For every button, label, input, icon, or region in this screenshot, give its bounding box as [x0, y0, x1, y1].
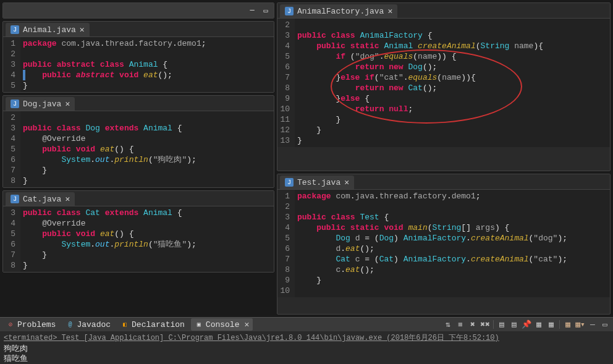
- tab-label: AnimalFactory.java: [297, 7, 384, 16]
- code-line[interactable]: [297, 201, 607, 212]
- problems-icon: ⊘: [6, 320, 15, 329]
- code-line[interactable]: public abstract class Animal {: [23, 59, 271, 70]
- code-line[interactable]: public class Test {: [297, 212, 607, 222]
- tab-test[interactable]: J Test.java ✕: [280, 176, 354, 189]
- java-file-icon: J: [11, 195, 19, 203]
- code-line[interactable]: }else if("cat".equals(name)){: [297, 72, 607, 83]
- code-line[interactable]: }: [23, 176, 271, 186]
- remove-all-terminated-icon[interactable]: ✖✖: [480, 319, 491, 330]
- code-line[interactable]: package com.java.thread.factory.demo1;: [23, 38, 271, 49]
- editor-cat: J Cat.java ✕ 345678public class Cat exte…: [2, 190, 274, 273]
- terminate-icon[interactable]: ■: [455, 319, 466, 330]
- code-line[interactable]: @Override: [23, 133, 271, 144]
- code-line[interactable]: public static void main(String[] args) {: [297, 222, 607, 233]
- tab-label: Cat.java: [23, 195, 61, 204]
- code-line[interactable]: c.eat();: [297, 265, 607, 275]
- tab-animal[interactable]: J Animal.java ✕: [6, 23, 90, 36]
- remove-terminated-icon[interactable]: ✖: [467, 319, 478, 330]
- code-line[interactable]: [23, 112, 271, 123]
- tab-label: Test.java: [297, 178, 340, 187]
- tab-label: Javadoc: [77, 320, 111, 329]
- display-selected-icon[interactable]: ▦: [533, 319, 544, 330]
- javadoc-icon: @: [66, 320, 74, 329]
- code-line[interactable]: }: [23, 80, 271, 91]
- tab-console[interactable]: ▣Console✕: [191, 318, 253, 331]
- close-icon[interactable]: ✕: [65, 99, 70, 109]
- close-icon[interactable]: ✕: [387, 6, 392, 16]
- java-file-icon: J: [11, 99, 19, 108]
- code-line[interactable]: System.out.println("猫吃鱼");: [23, 239, 271, 250]
- close-icon[interactable]: ✕: [80, 25, 85, 35]
- tab-cat[interactable]: J Cat.java ✕: [6, 192, 75, 206]
- maximize-icon[interactable]: ▭: [260, 6, 271, 15]
- code-line[interactable]: package com.java.thread.factory.demo1;: [297, 191, 607, 201]
- tab-label: Animal.java: [23, 25, 76, 35]
- code-line[interactable]: return null;: [297, 104, 607, 114]
- java-file-icon: J: [285, 178, 294, 187]
- link-icon[interactable]: ⇅: [442, 319, 454, 330]
- editor-factory: J AnimalFactory.java ✕ 2345678910111213p…: [277, 2, 611, 171]
- code-line[interactable]: }: [23, 250, 271, 260]
- editor-animal: J Animal.java ✕ 12345package com.java.th…: [2, 21, 274, 93]
- console-terminated-line: <terminated> Test [Java Application] C:\…: [4, 332, 609, 343]
- code-line[interactable]: if ("dog".equals(name)) {: [297, 51, 607, 62]
- maximize-icon[interactable]: ▭: [599, 319, 611, 330]
- tab-declaration[interactable]: ◧Declaration: [117, 319, 188, 331]
- code-line[interactable]: d.eat();: [297, 243, 607, 254]
- java-file-icon: J: [11, 25, 19, 34]
- tab-label: Dog.java: [23, 99, 61, 109]
- declaration-icon: ◧: [120, 320, 129, 329]
- code-line[interactable]: [23, 49, 271, 59]
- minimize-icon[interactable]: —: [247, 6, 258, 15]
- close-icon[interactable]: ✕: [65, 194, 70, 204]
- close-icon[interactable]: ✕: [244, 320, 249, 329]
- tab-label: Console: [206, 320, 240, 329]
- code-line[interactable]: public class Cat extends Animal {: [23, 208, 271, 218]
- tab-factory[interactable]: J AnimalFactory.java ✕: [280, 4, 397, 18]
- code-line[interactable]: Cat c = (Cat) AnimalFactory.createAnimal…: [297, 254, 607, 265]
- tab-javadoc[interactable]: @Javadoc: [62, 319, 114, 331]
- open-console-icon[interactable]: ▦: [546, 319, 557, 330]
- code-line[interactable]: }: [297, 135, 607, 146]
- editor-dog: J Dog.java ✕ 2345678public class Dog ext…: [2, 95, 274, 188]
- code-line[interactable]: @Override: [23, 218, 271, 229]
- code-line[interactable]: }: [23, 165, 271, 176]
- code-line[interactable]: }: [297, 275, 607, 286]
- console-output-line: 狗吃肉: [4, 343, 609, 353]
- left-titlebar-pane: — ▭: [2, 2, 274, 19]
- scroll-lock-icon[interactable]: ▤: [509, 319, 520, 330]
- code-line[interactable]: System.out.println("狗吃肉");: [23, 154, 271, 165]
- code-line[interactable]: public class Dog extends Animal {: [23, 123, 271, 133]
- tab-dog[interactable]: J Dog.java ✕: [6, 97, 75, 111]
- code-line[interactable]: public class AnimalFactory {: [297, 30, 607, 41]
- bottom-panel: ⊘Problems @Javadoc ◧Declaration ▣Console…: [0, 317, 613, 364]
- new-console-icon[interactable]: ▦▾: [575, 319, 586, 330]
- code-line[interactable]: return new Cat();: [297, 83, 607, 93]
- code-line[interactable]: return new Dog();: [297, 62, 607, 72]
- code-line[interactable]: Dog d = (Dog) AnimalFactory.createAnimal…: [297, 233, 607, 243]
- code-line[interactable]: public void eat() {: [23, 144, 271, 154]
- tab-label: Declaration: [132, 320, 185, 329]
- console-output-line: 猫吃鱼: [4, 353, 609, 363]
- pin-console-icon[interactable]: 📌: [521, 319, 532, 330]
- code-line[interactable]: }else {: [297, 93, 607, 104]
- java-file-icon: J: [285, 7, 294, 15]
- code-line[interactable]: [297, 286, 607, 296]
- tab-label: Problems: [17, 320, 56, 329]
- code-line[interactable]: public static Animal createAnimal(String…: [297, 41, 607, 51]
- tab-problems[interactable]: ⊘Problems: [2, 319, 59, 331]
- console-icon: ▣: [195, 320, 203, 329]
- editor-test: J Test.java ✕ 12345678910package com.jav…: [277, 174, 611, 315]
- clear-console-icon[interactable]: ▤: [496, 319, 507, 330]
- code-line[interactable]: [297, 20, 607, 30]
- code-line[interactable]: }: [297, 125, 607, 135]
- close-icon[interactable]: ✕: [344, 177, 349, 187]
- code-line[interactable]: }: [297, 114, 607, 125]
- code-line[interactable]: public void eat() {: [23, 229, 271, 239]
- code-line[interactable]: }: [23, 260, 271, 271]
- minimize-icon[interactable]: —: [587, 319, 598, 330]
- code-line[interactable]: public abstract void eat();: [23, 70, 271, 80]
- show-console-icon[interactable]: ▦: [562, 319, 573, 330]
